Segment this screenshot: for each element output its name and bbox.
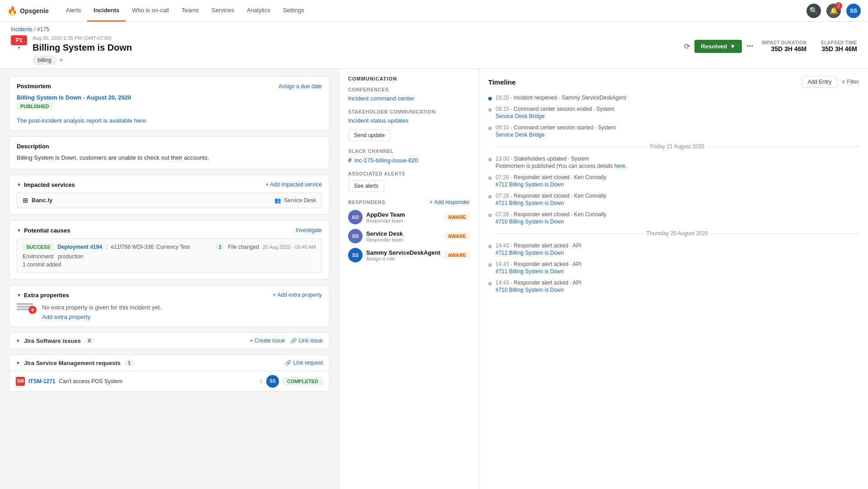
timeline-link-7[interactable]: #712 Billing System is Down — [495, 250, 859, 256]
postmortem-section: Postmortem Assign a due date Billing Sys… — [9, 76, 329, 130]
add-tag-button[interactable]: + — [59, 56, 63, 64]
moonbird-icon[interactable]: 🔍 — [807, 4, 821, 18]
impacted-services-section: ▼ Impacted services + Add impacted servi… — [9, 175, 329, 214]
filter-label: Filter — [847, 79, 859, 85]
jira-request-icon: SM — [16, 377, 25, 386]
investigate-link[interactable]: Investigate — [296, 227, 322, 233]
jira-software-title[interactable]: ▼ Jira Software issues 0 — [16, 337, 94, 344]
cause-deployment-id[interactable]: Deployment #194 — [57, 244, 102, 250]
nav-alerts[interactable]: Alerts — [60, 0, 87, 22]
description-card: Description Billing System is Down, cust… — [9, 136, 330, 169]
more-options-button[interactable]: ··· — [746, 42, 753, 51]
add-impacted-service-link[interactable]: + Add impacted service — [266, 181, 322, 188]
timeline-time-9: 14:43 — [495, 280, 509, 286]
service-name: ⊞ Banc.ly — [23, 197, 52, 204]
responder-info-0: AD AppDev Team Responder team — [348, 210, 405, 224]
add-entry-button[interactable]: Add Entry — [802, 76, 838, 88]
nav-analytics[interactable]: Analytics — [241, 0, 277, 22]
potential-causes-collapse[interactable]: ▼ Potential causes — [17, 227, 71, 234]
timeline-dot-7 — [488, 245, 492, 248]
priority-badge[interactable]: P1 — [11, 35, 27, 45]
nav-oncall[interactable]: Who is on-call — [126, 0, 175, 22]
service-name-text: Banc.ly — [32, 197, 52, 204]
jira-request-id[interactable]: ITSM-1271 — [28, 378, 55, 385]
incident-title: Billing System is Down — [33, 43, 132, 53]
cause-date: 20 Aug 2020 - 09:40 AM — [263, 244, 316, 250]
postmortem-details-link[interactable]: here. — [614, 163, 627, 169]
timeline-link-2[interactable]: Service Desk Bridge — [495, 132, 859, 138]
team-icon: 👥 — [274, 197, 281, 204]
timeline-link-1[interactable]: Service Desk Bridge — [495, 113, 859, 119]
responders-header: RESPONDERS + Add responder — [348, 199, 470, 205]
timeline-divider-thursday: Thursday 20 August 2020 — [488, 230, 859, 237]
description-label: Description — [17, 143, 322, 150]
cause-right: 1 File changed 20 Aug 2020 - 09:40 AM — [216, 244, 316, 250]
refresh-button[interactable]: ⟳ — [684, 42, 690, 51]
add-extra-property-button[interactable]: Add extra property — [42, 313, 90, 320]
timeline-entry-8: 14:43 · Responder alert acked · API #711… — [488, 261, 859, 275]
filter-button[interactable]: ≡ Filter — [842, 79, 859, 85]
user-avatar[interactable]: SS — [846, 4, 861, 18]
create-issue-link[interactable]: + Create issue — [250, 337, 285, 344]
jira-service-card: ▼ Jira Service Management requests 1 🔗 L… — [9, 355, 330, 392]
timeline-column: Timeline Add Entry ≡ Filter 18:20 · Inci… — [479, 69, 868, 489]
jira-service-header: ▼ Jira Service Management requests 1 🔗 L… — [9, 355, 329, 371]
timeline-entry-1: 09:15 · Command center session ended · S… — [488, 105, 859, 119]
file-count-badge: 1 — [216, 244, 224, 250]
add-responder-link[interactable]: + Add responder — [430, 199, 470, 205]
impacted-services-collapse[interactable]: ▼ Impacted services — [17, 181, 75, 188]
nav-settings[interactable]: Settings — [277, 0, 311, 22]
timeline-header: Timeline Add Entry ≡ Filter — [488, 76, 859, 88]
breadcrumb-incidents[interactable]: Incidents — [11, 26, 33, 33]
potential-causes-card: ▼ Potential causes Investigate SUCCESS D… — [9, 220, 330, 280]
nav-incidents[interactable]: Incidents — [87, 0, 126, 22]
timeline-dot-0 — [488, 97, 492, 100]
timeline-dot-8 — [488, 263, 492, 267]
timeline-text-5: · Responder alert closed · Ken Connally — [511, 193, 606, 199]
resolved-button[interactable]: Resolved ▼ — [694, 40, 742, 53]
timeline-entry-6: 07:28 · Responder alert closed · Ken Con… — [488, 211, 859, 225]
filter-icon: ≡ — [842, 79, 845, 85]
conference-link[interactable]: Incident command center — [348, 95, 414, 102]
impact-duration: IMPACT DURATION 35D 3H 46M — [761, 40, 807, 52]
app-logo[interactable]: 🔥 Opsgenie — [7, 6, 49, 16]
postmortem-header: Postmortem Assign a due date — [17, 83, 322, 90]
jira-request-right: ↑ SS COMPLETED — [259, 375, 323, 388]
nav-services[interactable]: Services — [205, 0, 241, 22]
postmortem-analysis-link[interactable]: The post-incident analysis report is ava… — [17, 117, 147, 124]
add-extra-property-link[interactable]: + Add extra property — [273, 292, 322, 298]
send-update-button[interactable]: Send update — [348, 129, 391, 141]
stakeholder-link[interactable]: Incident status updates — [348, 117, 409, 124]
nav-teams[interactable]: Teams — [175, 0, 205, 22]
nav-items: Alerts Incidents Who is on-call Teams Se… — [60, 0, 807, 22]
link-issue-link[interactable]: 🔗 Link issue — [290, 337, 323, 344]
timeline-content-7: 14:43 · Responder alert acked · API #712… — [495, 242, 859, 256]
timeline-link-4[interactable]: #712 Billing System is Down — [495, 181, 859, 188]
jira-service-title[interactable]: ▼ Jira Service Management requests 1 — [16, 360, 134, 366]
link-request-link[interactable]: 🔗 Link request — [285, 360, 323, 366]
priority-dropdown[interactable]: ▼ — [17, 45, 21, 50]
timeline-link-8[interactable]: #711 Billing System is Down — [495, 268, 859, 275]
timeline-link-9[interactable]: #710 Billing System is Down — [495, 287, 859, 293]
notification-bell[interactable]: 🔔 2 — [826, 4, 841, 18]
published-badge: PUBLISHED — [17, 103, 53, 110]
timeline-entries: 18:20 · Incident reopened · Sammy Servic… — [488, 94, 859, 293]
slack-label: Slack channel — [348, 148, 470, 154]
timeline-date-thursday: Thursday 20 August 2020 — [646, 230, 708, 237]
extra-properties-collapse[interactable]: ▼ Extra properties — [17, 292, 69, 299]
appdev-avatar: AD — [348, 210, 363, 224]
impacted-services-card: ▼ Impacted services + Add impacted servi… — [9, 175, 330, 215]
incident-header: Incidents / #175 P1 ▼ Aug 20, 2020 2:35 … — [0, 22, 868, 69]
responder-row-0: AD AppDev Team Responder team AWARE — [348, 210, 470, 224]
see-alerts-button[interactable]: See alerts — [348, 180, 384, 192]
description-section: Description Billing System is Down, cust… — [9, 137, 329, 169]
timeline-link-5[interactable]: #711 Billing System is Down — [495, 200, 859, 206]
sammy-avatar: SS — [348, 248, 363, 262]
communication-title: COMMUNICATION — [348, 76, 470, 81]
slack-channel-link[interactable]: inc-175-billing-issue-820 — [354, 157, 418, 164]
timeline-link-6[interactable]: #710 Billing System is Down — [495, 218, 859, 225]
assign-due-date-link[interactable]: Assign a due date — [278, 83, 322, 90]
postmortem-report-title[interactable]: Billing System is Down - August 20, 2020 — [17, 94, 322, 101]
timeline-text-2: · Command center session started · Syste… — [511, 124, 616, 131]
billing-tag[interactable]: billing — [33, 56, 57, 65]
